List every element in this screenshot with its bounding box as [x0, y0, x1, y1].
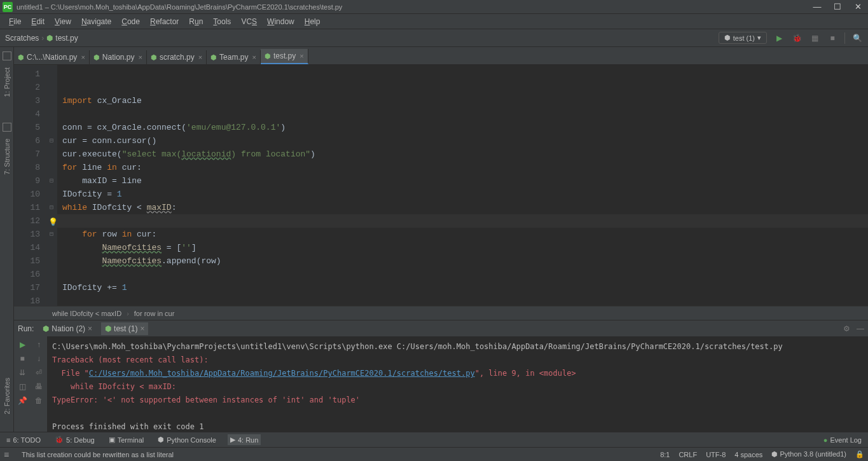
statusbar: This list creation could be rewritten as…: [0, 447, 868, 461]
down-icon[interactable]: ↓: [37, 354, 41, 363]
python-icon: ⬢: [43, 324, 49, 333]
editor-tab[interactable]: ⬢ test.py ×: [261, 49, 308, 64]
status-interpreter[interactable]: ⬢ Python 3.8 (untitled1): [771, 450, 846, 458]
window-titlebar: PC untitled1 – C:\Users\moh.Moh_toshiba\…: [0, 0, 868, 14]
menu-edit[interactable]: Edit: [26, 16, 50, 27]
wrap-icon[interactable]: ⏎: [36, 368, 42, 377]
maximize-button[interactable]: ☐: [830, 1, 845, 13]
status-message: This list creation could be rewritten as…: [22, 451, 174, 458]
print-icon[interactable]: 🖶: [35, 382, 43, 391]
run-tab-label: Nation (2): [52, 324, 85, 333]
code-editor[interactable]: 123456789101112131415161718 ⊟⊟⊟⊟ 💡import…: [14, 65, 868, 306]
tool-window-bar: ≡ 6: TODO 🐞 5: Debug ▣ Terminal ⬢ Python…: [0, 432, 868, 447]
debug-button[interactable]: 🐞: [791, 32, 803, 44]
hide-button[interactable]: —: [857, 324, 864, 333]
pin-icon[interactable]: 📌: [18, 396, 27, 405]
editor-tabs: ⬢ C:\...\Nation.py × ⬢ Nation.py × ⬢ scr…: [14, 47, 868, 65]
gear-icon[interactable]: ⚙: [843, 324, 850, 333]
rerun-button[interactable]: ▶: [20, 340, 25, 349]
run-tab[interactable]: ⬢ test (1) ×: [101, 322, 148, 335]
tab-label: scratch.py: [160, 53, 195, 62]
stop-button[interactable]: ■: [20, 354, 24, 363]
menubar: File Edit View Navigate Code Refactor Ru…: [0, 14, 868, 29]
structure-tab[interactable]: 7: Structure: [2, 134, 12, 180]
intention-bulb-icon[interactable]: 💡: [48, 216, 58, 230]
editor-tab[interactable]: ⬢ scratch.py ×: [147, 50, 207, 64]
layout-icon[interactable]: ◫: [19, 382, 26, 391]
editor-tab[interactable]: ⬢ Nation.py ×: [90, 50, 147, 64]
menu-file[interactable]: File: [4, 16, 26, 27]
python-file-icon: ⬢: [46, 34, 53, 43]
breadcrumb-root[interactable]: Scratches: [5, 34, 39, 43]
tool-windows-icon[interactable]: [4, 450, 13, 460]
structure-tool-icon[interactable]: [3, 123, 11, 132]
editor-tab[interactable]: ⬢ Team.py ×: [207, 50, 261, 64]
close-button[interactable]: ✕: [850, 1, 865, 13]
lock-icon[interactable]: 🔒: [855, 450, 864, 458]
todo-tool[interactable]: ≡ 6: TODO: [4, 435, 43, 445]
restart-icon[interactable]: ⇊: [19, 368, 25, 377]
run-button[interactable]: ▶: [773, 32, 785, 44]
close-icon[interactable]: ×: [139, 53, 142, 61]
python-icon: ⬢: [724, 34, 731, 42]
menu-refactor[interactable]: Refactor: [145, 16, 184, 27]
run-tool[interactable]: ▶ 4: Run: [228, 434, 261, 445]
status-line-ending[interactable]: CRLF: [679, 451, 697, 458]
python-console-tool[interactable]: ⬢ Python Console: [155, 434, 219, 445]
fold-gutter: ⊟⊟⊟⊟: [46, 65, 57, 306]
menu-vcs[interactable]: VCS: [236, 16, 262, 27]
status-indent[interactable]: 4 spaces: [734, 451, 762, 458]
python-file-icon: ⬢: [93, 53, 100, 62]
tab-label: Nation.py: [102, 53, 135, 62]
close-icon[interactable]: ×: [252, 53, 256, 61]
search-button[interactable]: 🔍: [851, 32, 863, 44]
trash-icon[interactable]: 🗑: [35, 396, 43, 405]
close-icon[interactable]: ×: [81, 53, 85, 61]
breadcrumb-item[interactable]: for row in cur: [134, 310, 175, 317]
project-tool-icon[interactable]: [3, 52, 11, 60]
breadcrumb-file[interactable]: test.py: [55, 34, 78, 43]
run-label: Run:: [18, 324, 34, 333]
python-file-icon: ⬢: [151, 53, 157, 62]
python-icon: ⬢: [105, 324, 111, 333]
close-icon[interactable]: ×: [300, 52, 303, 60]
terminal-tool[interactable]: ▣ Terminal: [106, 434, 147, 445]
editor-tab[interactable]: ⬢ C:\...\Nation.py ×: [14, 50, 90, 64]
tab-label: C:\...\Nation.py: [27, 53, 77, 62]
breadcrumb-item[interactable]: while IDofcity < maxID: [52, 310, 121, 317]
menu-window[interactable]: Window: [262, 16, 300, 27]
project-tab[interactable]: 1: Project: [2, 62, 12, 102]
navigation-bar: Scratches › ⬢ test.py ⬢ test (1) ▾ ▶ 🐞 ▦…: [0, 29, 868, 47]
left-tool-strip: 1: Project 7: Structure 2: Favorites: [0, 47, 14, 432]
run-toolbar-secondary: ↑ ↓ ⏎ 🖶 🗑: [31, 336, 47, 432]
up-icon[interactable]: ↑: [37, 340, 41, 349]
window-title: untitled1 – C:\Users\moh.Moh_toshiba\App…: [17, 3, 809, 11]
menu-help[interactable]: Help: [300, 16, 326, 27]
menu-tools[interactable]: Tools: [208, 16, 236, 27]
coverage-button[interactable]: ▦: [809, 32, 820, 44]
line-number-gutter: 123456789101112131415161718: [14, 65, 46, 306]
status-cursor-pos[interactable]: 8:1: [660, 451, 670, 458]
code-area[interactable]: 💡import cx_Oracle conn = cx_Oracle.conne…: [57, 65, 868, 306]
close-icon[interactable]: ×: [88, 324, 92, 333]
run-tab[interactable]: ⬢ Nation (2) ×: [39, 322, 96, 335]
close-icon[interactable]: ×: [198, 53, 202, 61]
menu-navigate[interactable]: Navigate: [76, 16, 116, 27]
menu-view[interactable]: View: [50, 16, 76, 27]
app-icon: PC: [3, 2, 13, 12]
editor-breadcrumb: while IDofcity < maxID › for row in cur: [14, 306, 868, 320]
menu-run[interactable]: Run: [184, 16, 208, 27]
event-log-tool[interactable]: ● Event Log: [821, 435, 864, 445]
close-icon[interactable]: ×: [140, 324, 144, 333]
breadcrumb-separator-icon: ›: [41, 34, 44, 43]
python-file-icon: ⬢: [210, 53, 217, 62]
debug-tool[interactable]: 🐞 5: Debug: [52, 434, 97, 445]
stop-button[interactable]: ■: [827, 32, 838, 44]
favorites-tab[interactable]: 2: Favorites: [2, 373, 12, 419]
status-encoding[interactable]: UTF-8: [706, 451, 726, 458]
run-config-selector[interactable]: ⬢ test (1) ▾: [719, 32, 767, 44]
minimize-button[interactable]: —: [809, 1, 825, 13]
menu-code[interactable]: Code: [116, 16, 145, 27]
run-panel-header: Run: ⬢ Nation (2) × ⬢ test (1) × ⚙ —: [14, 320, 868, 336]
console-output[interactable]: C:\Users\moh.Moh_toshiba\PycharmProjects…: [47, 336, 868, 432]
